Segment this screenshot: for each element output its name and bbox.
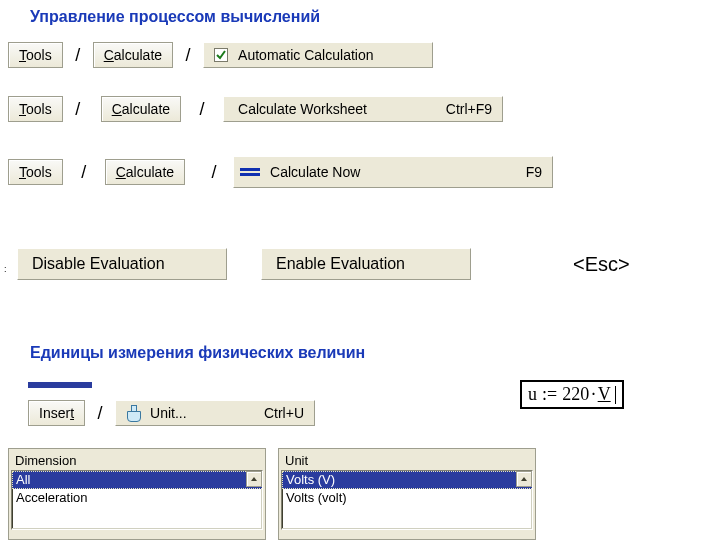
beaker-icon <box>126 405 142 421</box>
scroll-up-button[interactable] <box>246 471 262 487</box>
expr-assign: := <box>542 384 557 405</box>
calc-worksheet-label: Calculate Worksheet <box>238 101 367 117</box>
calc-now-shortcut: F9 <box>526 164 542 180</box>
slash: / <box>67 99 89 120</box>
unit-label: Unit <box>281 453 533 470</box>
heading-calc-control: Управление процессом вычислений <box>30 8 320 26</box>
tools-label: Tools <box>19 47 52 63</box>
insert-button[interactable]: Insert <box>28 400 85 426</box>
calculate-button-3[interactable]: Calculate <box>105 159 185 185</box>
calculate-now-menu-item[interactable]: Calculate Now F9 <box>233 156 553 188</box>
slash: / <box>177 45 199 66</box>
list-item[interactable]: Volts (volt) <box>282 489 532 507</box>
tools-button-3[interactable]: Tools <box>8 159 63 185</box>
automatic-calculation-menu-item[interactable]: Automatic Calculation <box>203 42 433 68</box>
disable-evaluation-menu-item[interactable]: Disable Evaluation <box>17 248 227 280</box>
dimension-group: Dimension All Acceleration <box>8 448 266 540</box>
slash: / <box>89 403 111 424</box>
slash: / <box>203 162 225 183</box>
scroll-up-button[interactable] <box>516 471 532 487</box>
unit-group: Unit Volts (V) Volts (volt) <box>278 448 536 540</box>
calculate-button-2[interactable]: Calculate <box>101 96 181 122</box>
list-item[interactable]: Acceleration <box>12 489 262 507</box>
unit-listbox[interactable]: Volts (V) Volts (volt) <box>281 470 533 530</box>
expression-box[interactable]: u := 220 · V <box>520 380 624 409</box>
enable-evaluation-menu-item[interactable]: Enable Evaluation <box>261 248 471 280</box>
slash: / <box>67 45 89 66</box>
list-item[interactable]: Volts (V) <box>282 471 532 489</box>
tools-button-1[interactable]: Tools <box>8 42 63 68</box>
heading-units: Единицы измерения физических величин <box>30 344 365 362</box>
calc-now-label: Calculate Now <box>270 164 360 180</box>
calculate-worksheet-menu-item[interactable]: Calculate Worksheet Ctrl+F9 <box>223 96 503 122</box>
tiny-colon: : <box>4 264 7 274</box>
expr-lhs: u <box>528 384 537 405</box>
checkbox-icon <box>214 48 228 62</box>
expr-dot: · <box>591 384 596 405</box>
expr-num: 220 <box>562 384 589 405</box>
dimension-label: Dimension <box>11 453 263 470</box>
disable-eval-label: Disable Evaluation <box>32 255 165 273</box>
unit-menu-item[interactable]: Unit... Ctrl+U <box>115 400 315 426</box>
enable-eval-label: Enable Evaluation <box>276 255 405 273</box>
esc-key-text: <Esc> <box>573 253 630 276</box>
tools-button-2[interactable]: Tools <box>8 96 63 122</box>
calculate-label: Calculate <box>104 47 162 63</box>
calculate-button-1[interactable]: Calculate <box>93 42 173 68</box>
calc-worksheet-shortcut: Ctrl+F9 <box>446 101 492 117</box>
list-item[interactable]: All <box>12 471 262 489</box>
dimension-listbox[interactable]: All Acceleration <box>11 470 263 530</box>
auto-calc-label: Automatic Calculation <box>238 47 373 63</box>
unit-menu-shortcut: Ctrl+U <box>264 405 304 421</box>
slash: / <box>73 162 95 183</box>
equals-icon <box>240 165 260 179</box>
expr-unit: V <box>598 384 611 405</box>
unit-menu-label: Unit... <box>150 405 187 421</box>
underline-decoration <box>28 382 92 388</box>
cursor-icon <box>615 386 616 404</box>
slash: / <box>191 99 213 120</box>
